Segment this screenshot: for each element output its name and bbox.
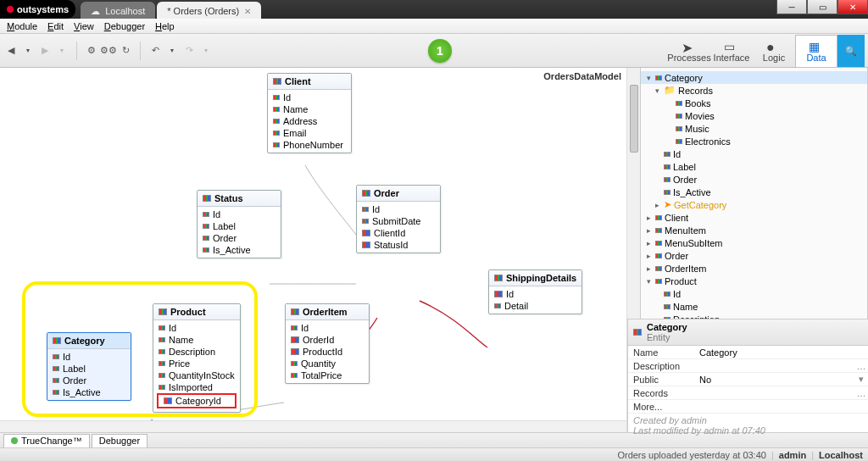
tab-debugger[interactable]: Debugger xyxy=(92,434,147,447)
redo-button[interactable]: ↷ xyxy=(181,43,197,58)
nav-back-button[interactable]: ◀ xyxy=(3,43,19,58)
tab-interface[interactable]: ▭Interface xyxy=(710,35,753,67)
status-message: Orders uploaded yesterday at 03:40 xyxy=(617,450,766,460)
tree-node-product[interactable]: ▾Product xyxy=(641,275,867,287)
entity-product[interactable]: Product Id Name Description Price Quanti… xyxy=(153,303,241,413)
tree-action-getcategory[interactable]: ▸➤GetCategory xyxy=(641,198,867,211)
tree-node-client[interactable]: ▸Client xyxy=(641,211,867,224)
entity-icon xyxy=(291,308,299,315)
entity-icon xyxy=(203,195,211,202)
nav-fwd-button[interactable]: ▶ xyxy=(37,43,53,58)
tab-orders[interactable]: * Orders (Orders)✕ xyxy=(157,2,261,19)
properties-panel: CategoryEntity NameCategory Description…… xyxy=(627,319,868,432)
minimize-button[interactable]: ─ xyxy=(776,0,807,14)
data-model-canvas[interactable]: OrdersDataModel Client Id Name Address E… xyxy=(0,68,641,432)
tree-attr-product-name[interactable]: Name xyxy=(641,300,867,313)
action-icon: ➤ xyxy=(664,199,671,210)
window-icon: ▭ xyxy=(724,40,739,52)
undo-button[interactable]: ↶ xyxy=(147,43,163,58)
horizontal-scrollbar[interactable] xyxy=(0,420,626,432)
cloud-sync-icon[interactable]: ↻ xyxy=(118,43,133,58)
status-bar: Orders uploaded yesterday at 03:40 | adm… xyxy=(0,447,868,461)
entity-icon xyxy=(494,275,503,281)
search-button[interactable]: 🔍 xyxy=(837,35,865,67)
tab-processes[interactable]: ➤Processes xyxy=(668,35,710,67)
dropdown-icon[interactable]: ▼ xyxy=(20,43,36,58)
tree-record-books[interactable]: Books xyxy=(641,97,867,109)
tree-node-category[interactable]: ▾Category xyxy=(641,71,867,84)
tree-node-menusubitem[interactable]: ▸MenuSubItem xyxy=(641,236,867,249)
prop-description[interactable]: Description… xyxy=(628,359,868,373)
entity-order[interactable]: Order Id SubmitDate ClientId StatusId xyxy=(356,185,441,253)
tab-data[interactable]: ▦Data xyxy=(795,35,837,67)
tab-truechange[interactable]: TrueChange™ xyxy=(3,434,90,447)
tree-node-menuitem[interactable]: ▸MenuItem xyxy=(641,224,867,236)
gears-icon[interactable]: ⚙⚙ xyxy=(101,43,116,58)
gear-icon[interactable]: ⚙ xyxy=(84,43,99,58)
tree-attr-product-id[interactable]: Id xyxy=(641,287,867,300)
toolbar: ◀▼ ▶▼ ⚙ ⚙⚙ ↻ ↶▼ ↷▼ 1 ➤Processes ▭Interfa… xyxy=(0,34,868,68)
tree-node-order[interactable]: ▸Order xyxy=(641,249,867,262)
prop-more[interactable]: More... xyxy=(628,400,868,414)
status-host[interactable]: Localhost xyxy=(819,450,863,460)
created-by-text: Created by admin xyxy=(633,415,863,425)
menu-help[interactable]: Help xyxy=(152,21,178,31)
prop-name[interactable]: NameCategory xyxy=(628,346,868,359)
document-tabs: ☁ Localhost * Orders (Orders)✕ xyxy=(81,0,261,19)
tutorial-step-badge: 1 xyxy=(428,39,452,63)
status-user[interactable]: admin xyxy=(779,450,806,460)
tree-attr-id[interactable]: Id xyxy=(641,147,867,160)
tree-attr-label[interactable]: Label xyxy=(641,160,867,173)
menu-module[interactable]: Module xyxy=(3,21,41,31)
tree-record-music[interactable]: Music xyxy=(641,122,867,135)
circle-icon: ● xyxy=(766,40,782,52)
tree-record-electronics[interactable]: Electronics xyxy=(641,135,867,147)
tree-record-movies[interactable]: Movies xyxy=(641,109,867,122)
status-ok-icon xyxy=(11,437,18,444)
entity-icon xyxy=(362,190,370,197)
entity-shippingdetails[interactable]: ShippingDetails Id Detail xyxy=(488,269,582,314)
tree-attr-order[interactable]: Order xyxy=(641,173,867,186)
magnifier-icon: 🔍 xyxy=(845,46,857,57)
menubar: Module Edit View Debugger Help xyxy=(0,19,868,34)
entity-category[interactable]: Category Id Label Order Is_Active xyxy=(47,332,131,401)
menu-debugger[interactable]: Debugger xyxy=(101,21,148,31)
maximize-button[interactable]: ▭ xyxy=(807,0,837,14)
prop-records[interactable]: Records… xyxy=(628,386,868,400)
entity-icon xyxy=(273,78,281,85)
tab-logic[interactable]: ●Logic xyxy=(753,35,795,67)
app-logo: outsystems xyxy=(0,0,75,19)
folder-icon: 📁 xyxy=(664,85,676,96)
titlebar: outsystems ☁ Localhost * Orders (Orders)… xyxy=(0,0,868,19)
arrow-tag-icon: ➤ xyxy=(682,40,697,52)
chevron-down-icon[interactable]: ▾ xyxy=(854,374,868,385)
tree-node-records[interactable]: ▾📁Records xyxy=(641,84,867,97)
menu-view[interactable]: View xyxy=(70,21,97,31)
tree-node-orderitem[interactable]: ▸OrderItem xyxy=(641,262,867,275)
tab-localhost[interactable]: ☁ Localhost xyxy=(81,2,155,19)
grid-icon: ▦ xyxy=(809,40,824,52)
close-icon[interactable]: ✕ xyxy=(244,7,251,16)
canvas-title: OrdersDataModel xyxy=(543,71,621,81)
entity-status[interactable]: Status Id Label Order Is_Active xyxy=(197,190,281,258)
entity-icon xyxy=(633,329,642,336)
prop-public[interactable]: PublicNo▾ xyxy=(628,373,868,386)
entity-icon xyxy=(159,308,167,315)
entity-orderitem[interactable]: OrderItem Id OrderId ProductId Quantity … xyxy=(285,303,370,384)
entity-icon xyxy=(53,337,61,344)
dropdown-icon[interactable]: ▼ xyxy=(198,43,214,58)
close-button[interactable]: ✕ xyxy=(837,0,868,14)
modified-by-text: Last modified by admin at 07:40 xyxy=(633,425,863,436)
entity-client[interactable]: Client Id Name Address Email PhoneNumber xyxy=(267,73,352,153)
tree-attr-isactive[interactable]: Is_Active xyxy=(641,186,867,198)
dropdown-icon[interactable]: ▼ xyxy=(164,43,180,58)
dropdown-icon[interactable]: ▼ xyxy=(54,43,70,58)
menu-edit[interactable]: Edit xyxy=(44,21,67,31)
